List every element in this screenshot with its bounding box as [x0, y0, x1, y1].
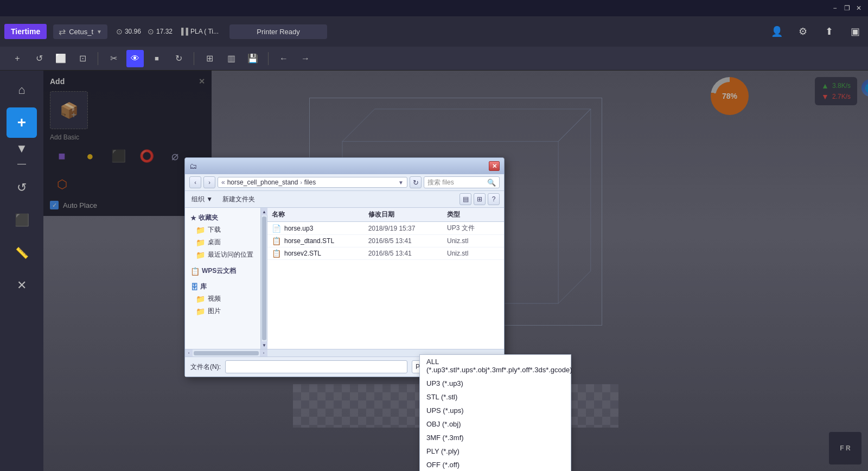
folder-recent-icon: 📁 — [196, 251, 205, 259]
library-section-title: 🗄 库 — [187, 281, 258, 292]
sidebar-item-print[interactable]: ▼ — — [7, 140, 37, 170]
upgrade-icon[interactable]: ⬆ — [820, 23, 838, 40]
hscroll-right-button[interactable]: › — [260, 349, 267, 357]
split-tool-button[interactable]: ▥ — [222, 50, 240, 67]
dialog-sidebar: ★ 收藏夹 📁 下载 📁 桌面 📁 最近访问的位置 — [185, 208, 261, 349]
view-tool-button[interactable]: 👁 — [126, 50, 144, 67]
organize-button[interactable]: 组织 ▼ — [189, 194, 215, 205]
box-tool-button[interactable]: ■ — [148, 50, 165, 67]
hscroll-left-button[interactable]: ‹ — [185, 349, 193, 357]
sidebar-item-rotate[interactable]: ↺ — [7, 173, 37, 203]
arrow-right-tool-button[interactable]: → — [297, 50, 314, 67]
dropdown-item-all[interactable]: ALL (*.up3*.stl*.ups*.obj*.3mf*.ply*.off… — [420, 355, 571, 377]
frame-tool-button[interactable]: ⬜ — [52, 50, 69, 67]
refresh-button[interactable]: ↻ — [410, 176, 422, 188]
view-list-button[interactable]: ▤ — [459, 193, 471, 205]
add-icon: + — [17, 114, 26, 131]
dropdown-item-up3[interactable]: UP3 (*.up3) — [420, 377, 571, 390]
folder-item-recent[interactable]: 📁 最近访问的位置 — [187, 249, 258, 261]
dropdown-item-3mf[interactable]: 3MF (*.3mf) — [420, 431, 571, 444]
folder-pictures-label: 图片 — [208, 307, 221, 316]
sidebar-item-home[interactable]: ⌂ — [7, 75, 37, 105]
table-row[interactable]: 📋 horsev2.STL 2016/8/5 13:41 Uniz.stl — [267, 247, 504, 260]
sidebar-item-settings[interactable]: ✕ — [7, 270, 37, 301]
close-button[interactable]: ✕ — [854, 3, 864, 13]
measure-icon: 📏 — [15, 246, 29, 259]
favorites-section-title: ★ 收藏夹 — [187, 212, 258, 224]
user-icon[interactable]: 👤 — [768, 23, 786, 40]
undo-tool-button[interactable]: ↺ — [30, 50, 48, 67]
path-dropdown-arrow: ▼ — [398, 180, 404, 186]
sidebar-item-add[interactable]: + — [7, 107, 37, 138]
nav-forward-button[interactable]: › — [203, 176, 215, 188]
settings-icon[interactable]: ⚙ — [794, 23, 812, 40]
file-dialog: 🗂 ✕ ‹ › « horse_cell_phone_stand › files… — [184, 157, 505, 377]
arrow-left-tool-button[interactable]: ← — [275, 50, 292, 67]
favorites-label: 收藏夹 — [199, 213, 218, 222]
filetype-dropdown-menu: ALL (*.up3*.stl*.ups*.obj*.3mf*.ply*.off… — [419, 354, 571, 471]
sidebar-item-measure[interactable]: 📏 — [7, 238, 37, 268]
col-date: 修改日期 — [364, 208, 443, 221]
dropdown-item-stl[interactable]: STL (*.stl) — [420, 390, 571, 404]
new-folder-button[interactable]: 新建文件夹 — [219, 194, 258, 205]
spacer-2 — [187, 277, 258, 281]
view-grid-button[interactable]: ⊞ — [474, 193, 486, 205]
folder-item-desktop[interactable]: 📁 桌面 — [187, 236, 258, 249]
path-part-horse: horse_cell_phone_stand — [227, 179, 298, 186]
save-tool-button[interactable]: 💾 — [244, 50, 261, 67]
dialog-nav-bar: ‹ › « horse_cell_phone_stand › files ▼ ↻… — [185, 174, 504, 191]
restore-button[interactable]: ❐ — [842, 3, 852, 13]
sidebar-item-level[interactable]: ⬛ — [7, 205, 37, 236]
rotate-icon: ↺ — [17, 181, 27, 195]
tool-separator-3 — [268, 52, 269, 65]
scroll-down-button[interactable]: ▼ — [261, 341, 267, 349]
help-button[interactable]: ? — [488, 193, 500, 205]
nav-back-button[interactable]: ‹ — [189, 176, 201, 188]
dialog-close-button[interactable]: ✕ — [489, 161, 500, 171]
filename-input[interactable] — [225, 360, 407, 373]
folder-video-icon: 📁 — [196, 295, 205, 303]
top-toolbar: Tiertime ⇄ Cetus_t ▼ ⊙ 30.96 ⊙ 17.32 ▐▐ … — [0, 16, 868, 47]
folder-item-pictures[interactable]: 📁 图片 — [187, 305, 258, 317]
folder-item-download[interactable]: 📁 下载 — [187, 224, 258, 236]
dropdown-item-off[interactable]: OFF (*.off) — [420, 458, 571, 471]
hscroll-thumb[interactable] — [194, 351, 259, 355]
dropdown-item-ups[interactable]: UPS (*.ups) — [420, 404, 571, 417]
toolbar-right: 👤 ⚙ ⬆ ▣ — [768, 23, 864, 40]
fit-tool-button[interactable]: ⊡ — [74, 50, 91, 67]
rotate-tool-button[interactable]: ↻ — [170, 50, 187, 67]
file-type-1: Uniz.stl — [443, 237, 504, 245]
search-bar[interactable]: 搜索 files 🔍 — [424, 176, 500, 188]
scroll-up-button[interactable]: ▲ — [261, 208, 267, 215]
scroll-thumb[interactable] — [262, 217, 266, 340]
path-arrow-icon: « — [221, 179, 225, 186]
layout-tool-button[interactable]: ⊞ — [201, 50, 218, 67]
spacer-1 — [187, 261, 258, 265]
table-row[interactable]: 📋 horse_dtand.STL 2016/8/5 13:41 Uniz.st… — [267, 235, 504, 247]
sidebar-scrollbar[interactable]: ▲ ▼ — [261, 208, 267, 349]
file-name-cell-2: 📋 horsev2.STL — [267, 249, 364, 258]
file-name-cell-1: 📋 horse_dtand.STL — [267, 237, 364, 245]
filename-label: 文件名(N): — [190, 362, 221, 372]
printer-name: Cetus_t — [69, 28, 93, 36]
file-type-2: Uniz.stl — [443, 250, 504, 257]
add-tool-button[interactable]: + — [9, 50, 26, 67]
table-row[interactable]: 📄 horse.up3 2018/9/19 15:37 UP3 文件 — [267, 222, 504, 235]
dialog-title-icon: 🗂 — [189, 162, 197, 170]
viewport: Add ✕ 📦 + Add Basic ■ ● ⬛ ⭕ ⌀ ⬡ ✓ Auto P… — [43, 71, 868, 471]
printer-selector[interactable]: ⇄ Cetus_t ▼ — [53, 24, 107, 39]
cut-tool-button[interactable]: ✂ — [105, 50, 122, 67]
temp2-display: ⊙ 17.32 — [148, 27, 173, 36]
folder-item-video[interactable]: 📁 视频 — [187, 292, 258, 305]
file-name-0: horse.up3 — [284, 225, 313, 232]
search-placeholder: 搜索 files — [427, 178, 454, 187]
path-bar[interactable]: « horse_cell_phone_stand › files ▼ — [218, 177, 407, 188]
dropdown-item-ply[interactable]: PLY (*.ply) — [420, 444, 571, 458]
minimize-button[interactable]: − — [830, 3, 840, 13]
left-sidebar: ⌂ + ▼ — ↺ ⬛ 📏 ✕ — [0, 71, 43, 471]
account-icon[interactable]: ▣ — [846, 23, 864, 40]
printer-status-button[interactable]: Printer Ready — [229, 24, 327, 39]
filament-label: PLA ( Ti... — [190, 28, 219, 35]
folder-download-icon: 📁 — [196, 226, 205, 234]
dropdown-item-obj[interactable]: OBJ (*.obj) — [420, 417, 571, 431]
